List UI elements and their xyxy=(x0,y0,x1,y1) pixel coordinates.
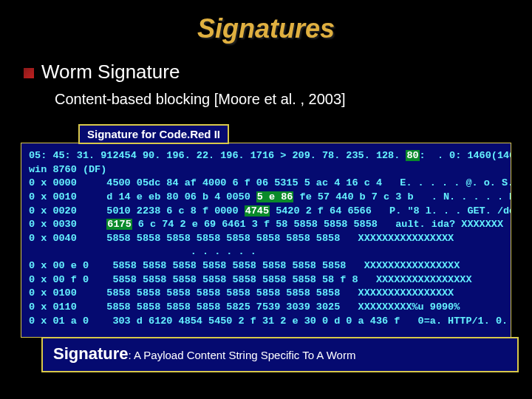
hex-highlight: 6175 xyxy=(106,219,132,230)
hex-line: 0 x 0020 5010 2238 6 c 8 f 0000 xyxy=(29,205,245,216)
hex-line: 0 x 0110 5858 5858 5858 5858 5825 7539 3… xyxy=(29,301,460,313)
hex-highlight: 80 xyxy=(406,150,419,161)
hex-highlight: 5 e 86 xyxy=(256,191,294,202)
hex-line: : . 0: 1460(1460) ack 1 xyxy=(420,150,511,161)
bullet-row-1: Worm Signature xyxy=(24,61,511,83)
hex-caption: Signature for Code.Red II xyxy=(78,124,229,144)
hex-line: 0 x 0010 d 14 e eb 80 06 b 4 0050 xyxy=(29,191,256,202)
hex-line: 05: 45: 31. 912454 90. 196. 22. 196. 171… xyxy=(29,150,406,161)
bullet-icon xyxy=(24,68,34,78)
bullet-text-1: Worm Signature xyxy=(41,61,180,83)
hexdump-block: 05: 45: 31. 912454 90. 196. 22. 196. 171… xyxy=(21,143,511,338)
hex-line: 5420 2 f 64 6566 P. "8 l. . . GET. /def xyxy=(270,205,511,216)
hex-highlight: 4745 xyxy=(245,205,270,216)
hex-line: 0 x 0000 4500 05dc 84 af 4000 6 f 06 531… xyxy=(29,177,511,188)
signature-overlay-title: Signature xyxy=(53,344,128,363)
hex-line: fe 57 440 b 7 c 3 b . N. . . . . P^. . W… xyxy=(293,191,511,202)
hex-line: . . . . . . xyxy=(29,246,256,257)
hex-line: 0 x 01 a 0 303 d 6120 4854 5450 2 f 31 2… xyxy=(29,316,511,327)
hex-line: 0 x 00 f 0 5858 5858 5858 5858 5858 5858… xyxy=(29,274,472,285)
hex-line: win 8760 (DF) xyxy=(29,164,106,175)
slide-title: Signatures xyxy=(21,13,511,44)
signature-overlay: Signature: A Payload Content String Spec… xyxy=(41,337,519,372)
hex-line: 0 x 0100 5858 5858 5858 5858 5858 5858 5… xyxy=(29,287,454,299)
signature-overlay-text: : A Payload Content String Specific To A… xyxy=(128,349,355,361)
hex-line: 0 x 0030 xyxy=(29,219,106,230)
hex-line: 6 c 74 2 e 69 6461 3 f 58 5858 5858 5858… xyxy=(132,219,503,230)
sub-bullet-1: Content-based blocking [Moore et al. , 2… xyxy=(55,91,511,108)
hex-line: 0 x 00 e 0 5858 5858 5858 5858 5858 5858… xyxy=(29,260,460,271)
hex-line: 0 x 0040 5858 5858 5858 5858 5858 5858 5… xyxy=(29,233,454,244)
